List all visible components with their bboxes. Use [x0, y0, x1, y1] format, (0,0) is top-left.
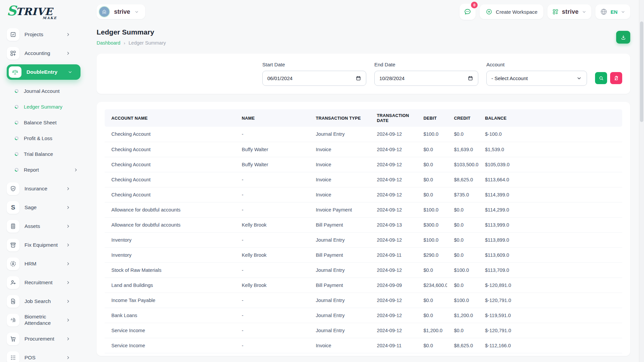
table-cell: -: [235, 187, 309, 202]
end-date-input[interactable]: 10/28/2024: [374, 71, 478, 86]
sidebar-item-recruitment[interactable]: Recruitment: [7, 275, 88, 290]
table-cell: $234,600.0: [417, 278, 447, 293]
table-cell: Allowance for doubtful accounts: [105, 202, 235, 217]
app-name: strive: [562, 8, 579, 15]
table-cell: Income Tax Payable: [105, 293, 235, 308]
workspace-selector[interactable]: strive: [97, 4, 145, 19]
chat-icon: [464, 8, 472, 16]
table-cell: $0.0: [417, 187, 447, 202]
table-row: Checking AccountBuffy WalterInvoice2024-…: [105, 142, 622, 157]
start-date-input[interactable]: 06/01/2024: [262, 71, 366, 86]
table-row: Service Income-Journal Entry2024-09-12$1…: [105, 323, 622, 338]
sidebar-item-insurance[interactable]: Insurance: [7, 181, 88, 196]
messages-button[interactable]: 0: [460, 4, 476, 20]
table-cell: $100.0: [417, 232, 447, 247]
table-cell: 2024-09-12: [370, 142, 417, 157]
table-cell: $114,299.0: [478, 202, 622, 217]
sidebar-subitem-trial-balance[interactable]: Trial Balance: [7, 146, 88, 162]
sidebar-item-pos[interactable]: POS: [7, 350, 88, 362]
chevron-down-icon: [67, 69, 73, 75]
table-cell: Invoice: [309, 142, 370, 157]
col-transaction-type: TRANSACTION TYPE: [309, 109, 370, 127]
app-logo[interactable]: S TRIVE MAKE: [7, 3, 70, 24]
table-cell: Buffy Walter: [235, 142, 309, 157]
table-cell: Bill Payment: [309, 278, 370, 293]
table-cell: $0.0: [417, 338, 447, 353]
reset-filter-button[interactable]: [610, 72, 622, 84]
table-cell: $735.0: [447, 187, 478, 202]
sidebar-subitem-balance-sheet[interactable]: Balance Sheet: [7, 115, 88, 130]
table-cell: $0.0: [447, 278, 478, 293]
table-cell: $1,639.0: [447, 142, 478, 157]
sidebar-subitem-profit-loss[interactable]: Profit & Loss: [7, 130, 88, 146]
shield-check-icon: [7, 182, 19, 195]
vertical-scrollbar[interactable]: [639, 0, 644, 362]
chevron-right-icon: [73, 167, 78, 173]
page-title: Ledger Summary: [97, 28, 166, 36]
app-switcher[interactable]: strive: [547, 4, 591, 19]
account-select[interactable]: - Select Account: [486, 71, 587, 86]
col-balance: BALANCE: [478, 109, 622, 127]
chevron-right-icon: [65, 205, 71, 210]
message-count-badge: 0: [471, 2, 478, 8]
chevron-down-icon: [621, 9, 626, 14]
chevron-right-icon: [65, 186, 71, 191]
table-cell: Kelly Brook: [235, 278, 309, 293]
table-cell: $100.0: [417, 127, 447, 142]
grid-plus-icon: [552, 8, 559, 15]
table-row: Inventory-Journal Entry2024-09-12$100.0$…: [105, 232, 622, 247]
table-row: Checking Account-Journal Entry2024-09-12…: [105, 127, 622, 142]
sidebar-item-fix-equipment[interactable]: Fix Equipment: [7, 237, 88, 253]
check-square-icon: [7, 28, 19, 41]
sidebar: S TRIVE MAKE Projects Accounting DoubleE…: [0, 0, 88, 362]
doubleentry-submenu: Journal Account Ledger Summary Balance S…: [7, 83, 88, 178]
sidebar-item-assets[interactable]: Assets: [7, 219, 88, 234]
fingerprint-icon: [7, 314, 19, 326]
table-cell: -: [235, 338, 309, 353]
table-cell: Invoice: [309, 172, 370, 187]
breadcrumb-dashboard-link[interactable]: Dashboard: [97, 40, 120, 46]
breadcrumb-separator: ›: [124, 41, 125, 46]
sidebar-subitem-report[interactable]: Report: [7, 162, 88, 178]
sidebar-item-accounting[interactable]: Accounting: [7, 46, 88, 61]
sidebar-item-projects[interactable]: Projects: [7, 27, 88, 42]
table-cell: -: [235, 202, 309, 217]
table-cell: $1,539.0: [478, 142, 622, 157]
download-button[interactable]: [616, 31, 630, 44]
end-date-group: End Date 10/28/2024: [374, 62, 478, 86]
sidebar-item-hrm[interactable]: HRM: [7, 256, 88, 272]
table-body: Checking Account-Journal Entry2024-09-12…: [105, 127, 622, 353]
sidebar-item-doubleentry[interactable]: DoubleEntry: [7, 64, 80, 80]
calendar-icon: [356, 75, 361, 81]
table-cell: $105,039.0: [478, 157, 622, 172]
create-workspace-button[interactable]: Create Workspace: [480, 4, 543, 19]
table-cell: -: [235, 293, 309, 308]
table-cell: Journal Entry: [309, 293, 370, 308]
apply-filter-button[interactable]: [595, 72, 607, 84]
page-header: Ledger Summary Dashboard › Ledger Summar…: [97, 28, 630, 46]
bullet-icon: [15, 152, 18, 156]
table-cell: $-120,891.0: [478, 278, 622, 293]
table-cell: Land and Buildings: [105, 278, 235, 293]
table-cell: $0.0: [447, 323, 478, 338]
sidebar-subitem-ledger-summary[interactable]: Ledger Summary: [7, 99, 88, 115]
sidebar-item-sage[interactable]: S Sage: [7, 200, 88, 215]
table-cell: $0.0: [447, 202, 478, 217]
sidebar-item-biometric-attendance[interactable]: Biometric Attendance: [7, 312, 88, 328]
scrollbar-thumb[interactable]: [640, 21, 643, 122]
col-debit: DEBIT: [417, 109, 447, 127]
sidebar-subitem-journal-account[interactable]: Journal Account: [7, 83, 88, 99]
table-cell: Journal Entry: [309, 232, 370, 247]
table-cell: Stock of Raw Materials: [105, 262, 235, 278]
table-cell: Service Income: [105, 338, 235, 353]
language-selector[interactable]: EN: [595, 4, 630, 19]
table-cell: Journal Entry: [309, 308, 370, 323]
archive-icon: [7, 239, 19, 251]
table-cell: $114,399.0: [478, 187, 622, 202]
table-cell: 2024-09-13: [370, 217, 417, 232]
sidebar-item-job-search[interactable]: Job Search: [7, 294, 88, 309]
sidebar-item-procurement[interactable]: Procurement: [7, 331, 88, 347]
chevron-right-icon: [65, 261, 71, 266]
table-cell: Allowance for doubtful accounts: [105, 217, 235, 232]
start-date-group: Start Date 06/01/2024: [262, 62, 366, 86]
